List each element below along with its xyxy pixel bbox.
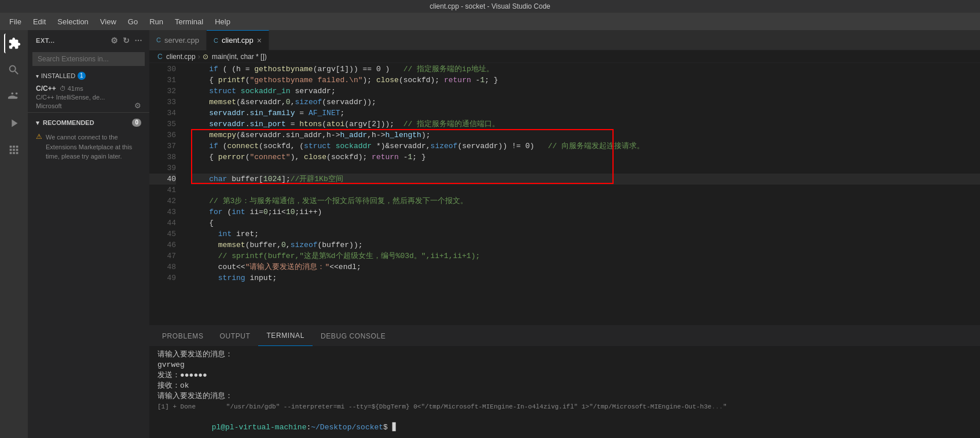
extensions2-activity-icon[interactable] (4, 140, 24, 160)
menu-terminal[interactable]: Terminal (170, 16, 208, 27)
terminal-line-1: 请输入要发送的消息： (157, 349, 972, 360)
editor-area: C server.cpp C client.cpp × C client.cpp… (149, 30, 980, 438)
breadcrumb-file[interactable]: C client.cpp (157, 53, 196, 61)
terminal-prompt-path: ~/Desktop/socket (311, 423, 383, 432)
code-line-42: // 第3步：与服务端通信，发送一个报文后等待回复，然后再发下一个报文。 (191, 196, 980, 207)
title-bar: client.cpp - socket - Visual Studio Code (0, 0, 980, 13)
code-line-36: memcpy(&servaddr.sin_addr,h->h_addr,h->h… (191, 130, 980, 141)
ext-settings-icon[interactable]: ⚙ (134, 101, 141, 110)
breadcrumb-sep: › (198, 53, 200, 61)
recommended-chevron: ▾ (36, 119, 39, 127)
code-line-41 (191, 185, 980, 196)
panel-tab-output[interactable]: OUTPUT (212, 326, 259, 346)
code-editor[interactable]: 3031323334 3536373839 40 41424344 454647… (149, 63, 980, 325)
window-title: client.cpp - socket - Visual Studio Code (430, 2, 550, 10)
search-extensions-input[interactable] (32, 52, 145, 66)
code-line-40: char buffer[1024];//开辟1Kb空间 (191, 174, 980, 185)
activity-bar (0, 30, 28, 438)
code-line-39 (191, 163, 980, 174)
panel-tab-debug-console[interactable]: DEBUG CONSOLE (313, 326, 394, 346)
terminal-line-5: 请输入要发送的消息： (157, 391, 972, 402)
terminal-line-3: 发送：●●●●●● (157, 370, 972, 381)
tab-server-cpp-icon: C (156, 36, 161, 43)
panel-tab-problems[interactable]: PROBLEMS (154, 326, 212, 346)
sidebar-header-icons: ⚙ ↻ ··· (109, 35, 144, 46)
code-line-43: for (int ii=0;ii<10;ii++) (191, 207, 980, 218)
code-line-38: { perror("connect"), close(sockfd); retu… (191, 152, 980, 163)
terminal-line-4: 接收：ok (157, 381, 972, 391)
panel-tab-terminal[interactable]: TERMINAL (258, 326, 312, 346)
code-line-35: servaddr.sin_port = htons(atoi(argv[2]))… (191, 119, 980, 130)
filter-icon[interactable]: ⚙ (109, 35, 120, 46)
bottom-panel: PROBLEMS OUTPUT TERMINAL DEBUG CONSOLE 请… (149, 325, 980, 438)
code-line-37: if (connect(sockfd, (struct sockaddr *)&… (191, 141, 980, 152)
tab-bar: C server.cpp C client.cpp × (149, 30, 980, 50)
tab-client-cpp[interactable]: C client.cpp × (207, 30, 269, 50)
terminal-content[interactable]: 请输入要发送的消息： gvrweg 发送：●●●●●● 接收：ok 请输入要发送… (149, 346, 980, 438)
ext-cpp-name: C/C++ (36, 84, 56, 93)
menu-file[interactable]: File (5, 16, 26, 27)
breadcrumb-func[interactable]: ⊙ main(int, char * []) (203, 53, 267, 61)
code-line-48: cout<<"请输入要发送的消息："<<endl; (191, 262, 980, 273)
code-line-32: struct sockaddr_in servaddr; (191, 86, 980, 97)
code-line-44: { (191, 218, 980, 229)
extensions-activity-icon[interactable] (4, 34, 24, 53)
menu-go[interactable]: Go (123, 16, 142, 27)
terminal-prompt-user: pl@pl-virtual-machine (212, 423, 307, 432)
recommended-section: ▾ RECOMMENDED 0 ⚠ We cannot connect to t… (28, 112, 149, 168)
code-line-45: int iret; (191, 229, 980, 240)
code-line-30: if ( (h = gethostbyname(argv[1])) == 0 )… (191, 64, 980, 75)
tab-client-cpp-icon: C (214, 37, 218, 44)
menu-selection[interactable]: Selection (53, 16, 93, 27)
ext-row1: C/C++ ⏱ 41ms (36, 84, 141, 93)
tab-client-cpp-label: client.cpp (222, 36, 254, 45)
installed-label: INSTALLED (41, 72, 75, 79)
ext-cpp-desc: C/C++ IntelliSense, de... (36, 94, 141, 101)
search-activity-icon[interactable] (4, 60, 24, 80)
code-line-49: string input; (191, 273, 980, 284)
run-debug-activity-icon[interactable] (4, 113, 24, 133)
breadcrumb-func-icon: ⊙ (203, 53, 208, 61)
menu-edit[interactable]: Edit (28, 16, 50, 27)
menu-view[interactable]: View (96, 16, 121, 27)
recommended-header[interactable]: ▾ RECOMMENDED 0 (28, 116, 149, 129)
breadcrumb-file-icon: C (157, 53, 163, 61)
sidebar-header: EXT... ⚙ ↻ ··· (28, 30, 149, 50)
terminal-line-6: [1] + Done "/usr/bin/gdb" --interpreter=… (157, 402, 972, 412)
recommended-badge: 0 (132, 119, 141, 127)
menu-bar: File Edit Selection View Go Run Terminal… (0, 13, 980, 30)
refresh-icon[interactable]: ↻ (122, 35, 131, 46)
more-icon[interactable]: ··· (134, 35, 144, 46)
installed-section-header[interactable]: ▾ INSTALLED 1 (28, 68, 149, 82)
source-control-activity-icon[interactable] (4, 87, 24, 106)
ext-cpp-publisher: Microsoft ⚙ (36, 101, 141, 110)
warning-text: We cannot connect to the Extensions Mark… (46, 132, 141, 161)
line-numbers: 3031323334 3536373839 40 41424344 454647… (149, 63, 182, 325)
sidebar: EXT... ⚙ ↻ ··· ▾ INSTALLED 1 C/C++ ⏱ 41m… (28, 30, 149, 438)
warning-item: ⚠ We cannot connect to the Extensions Ma… (28, 129, 149, 165)
terminal-line-2: gvrweg (157, 360, 972, 370)
tab-server-cpp[interactable]: C server.cpp (149, 30, 207, 50)
code-line-47: // sprintf(buffer,"这是第%d个超级女生，编号%03d。",i… (191, 251, 980, 262)
code-line-46: memset(buffer,0,sizeof(buffer)); (191, 240, 980, 251)
code-line-33: memset(&servaddr,0,sizeof(servaddr)); (191, 97, 980, 108)
terminal-line-prompt: pl@pl-virtual-machine:~/Desktop/socket$ … (157, 412, 972, 438)
menu-help[interactable]: Help (210, 16, 235, 27)
panel-tabs: PROBLEMS OUTPUT TERMINAL DEBUG CONSOLE (149, 326, 980, 346)
code-line-34: servaddr.sin_family = AF_INET; (191, 108, 980, 119)
warning-icon: ⚠ (36, 132, 42, 161)
code-content[interactable]: if ( (h = gethostbyname(argv[1])) == 0 )… (182, 63, 980, 325)
tab-server-cpp-label: server.cpp (164, 36, 199, 45)
ext-cpp-time: ⏱ 41ms (60, 85, 83, 92)
installed-chevron: ▾ (36, 73, 39, 79)
main-layout: EXT... ⚙ ↻ ··· ▾ INSTALLED 1 C/C++ ⏱ 41m… (0, 30, 980, 438)
breadcrumb: C client.cpp › ⊙ main(int, char * []) (149, 50, 980, 63)
installed-badge: 1 (78, 72, 86, 80)
recommended-label: RECOMMENDED (43, 119, 94, 126)
menu-run[interactable]: Run (145, 16, 168, 27)
extension-cpp[interactable]: C/C++ ⏱ 41ms C/C++ IntelliSense, de... M… (28, 82, 149, 112)
code-line-31: { printf("gethostbyname failed.\n"); clo… (191, 75, 980, 86)
tab-client-cpp-close[interactable]: × (257, 36, 262, 45)
sidebar-title: EXT... (36, 37, 55, 44)
